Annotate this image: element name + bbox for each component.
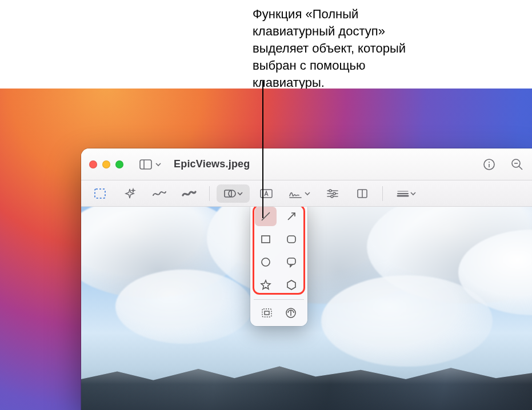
shape-hexagon[interactable] <box>281 275 302 295</box>
shape-rectangle[interactable] <box>255 230 277 249</box>
rectangle-icon <box>259 233 272 246</box>
svg-point-14 <box>329 190 331 192</box>
hexagon-icon <box>285 279 298 291</box>
shape-star[interactable] <box>255 275 277 295</box>
shapes-grid <box>255 207 303 295</box>
window-controls <box>89 160 123 168</box>
svg-point-3 <box>489 162 490 163</box>
svg-rect-26 <box>262 236 270 243</box>
svg-marker-30 <box>287 280 295 290</box>
shape-rounded-rectangle[interactable] <box>281 230 302 249</box>
loupe-icon <box>285 307 297 319</box>
info-icon <box>483 158 495 171</box>
sign-tool[interactable] <box>283 184 316 203</box>
shape-loupe[interactable] <box>281 304 301 321</box>
shapes-icon <box>223 188 236 199</box>
lines-icon <box>397 190 409 198</box>
speech-bubble-icon <box>285 256 298 268</box>
mask-icon <box>261 307 273 319</box>
shape-line[interactable] <box>255 207 277 226</box>
svg-point-10 <box>229 190 235 197</box>
sketch-icon <box>152 188 167 199</box>
rounded-rectangle-icon <box>285 233 298 246</box>
svg-point-16 <box>333 192 335 195</box>
svg-rect-8 <box>95 189 105 198</box>
minimize-button[interactable] <box>102 160 110 168</box>
close-button[interactable] <box>89 160 97 168</box>
mountains-snow-decoration <box>81 359 532 410</box>
popover-separator <box>254 299 304 300</box>
svg-line-6 <box>519 166 522 170</box>
info-button[interactable] <box>483 158 495 171</box>
shapes-extra-row <box>255 304 303 321</box>
instant-alpha-tool[interactable] <box>117 184 143 203</box>
oval-icon <box>259 256 272 268</box>
toolbar-separator <box>209 186 210 201</box>
chevron-down-icon <box>155 162 161 167</box>
shape-mask[interactable] <box>257 304 277 321</box>
svg-point-28 <box>262 258 270 266</box>
shapes-tool[interactable] <box>217 184 250 203</box>
titlebar: EpicViews.jpeg <box>81 148 532 180</box>
zoom-button[interactable] <box>115 160 123 168</box>
shape-oval[interactable] <box>255 252 277 272</box>
sparkle-icon <box>123 187 136 200</box>
callout-caption: Функция «Полный клавиатурный доступ» выд… <box>253 6 435 91</box>
svg-line-25 <box>288 213 295 220</box>
arrow-icon <box>285 210 298 223</box>
svg-point-18 <box>331 195 333 198</box>
shapes-popover <box>250 207 307 326</box>
sidebar-toggle[interactable] <box>136 157 165 172</box>
document-title: EpicViews.jpeg <box>174 158 250 170</box>
selection-icon <box>94 188 106 199</box>
svg-rect-0 <box>140 160 151 169</box>
chevron-down-icon <box>410 191 416 196</box>
draw-icon <box>182 188 197 199</box>
cloud-decoration <box>115 270 253 344</box>
image-viewport[interactable] <box>81 207 532 410</box>
crop-icon <box>356 188 369 199</box>
chevron-down-icon <box>237 191 243 196</box>
toolbar-separator <box>382 186 383 201</box>
crop-tool[interactable] <box>349 184 375 203</box>
search-button[interactable] <box>510 158 524 171</box>
sketch-tool[interactable] <box>146 184 173 203</box>
line-icon <box>259 210 272 223</box>
draw-tool[interactable] <box>176 184 202 203</box>
text-tool[interactable] <box>253 184 279 203</box>
text-icon <box>259 188 273 199</box>
svg-rect-29 <box>287 258 295 264</box>
svg-rect-31 <box>262 309 271 317</box>
selection-tool[interactable] <box>87 184 113 203</box>
svg-rect-27 <box>287 236 295 243</box>
chevron-down-icon <box>305 191 310 196</box>
preview-window: EpicViews.jpeg <box>81 148 532 410</box>
shape-arrow[interactable] <box>281 207 302 226</box>
callout-leader-line <box>262 81 263 218</box>
adjust-color-tool[interactable] <box>319 184 346 203</box>
svg-rect-9 <box>225 190 231 197</box>
shape-speech-bubble[interactable] <box>281 252 302 272</box>
search-minus-icon <box>510 158 524 171</box>
signature-icon <box>289 188 303 199</box>
svg-rect-32 <box>265 311 269 315</box>
markup-toolbar <box>81 180 532 207</box>
sliders-icon <box>326 188 339 199</box>
border-style-tool[interactable] <box>390 184 423 203</box>
star-icon <box>259 279 272 291</box>
sidebar-icon <box>139 159 152 170</box>
